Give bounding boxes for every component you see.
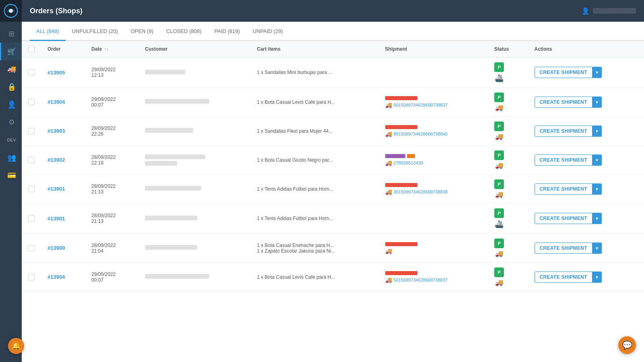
row-checkbox[interactable] [28, 69, 35, 76]
order-link[interactable]: #13904 [47, 99, 65, 105]
sort-icon: ↑↓ [104, 46, 109, 52]
create-shipment-button[interactable]: CREATE SHIPMENT [535, 97, 592, 108]
create-shipment-button[interactable]: CREATE SHIPMENT [535, 154, 592, 166]
sidebar-item-billing[interactable]: 💳 [0, 167, 22, 184]
create-shipment-group: CREATE SHIPMENT ▾ [535, 154, 602, 166]
create-shipment-dropdown[interactable]: ▾ [592, 243, 602, 254]
customer-cell [138, 117, 250, 146]
team-icon: 👥 [7, 153, 16, 162]
order-link[interactable]: #13903 [47, 128, 65, 134]
customer-cell [138, 204, 250, 234]
row-checkbox[interactable] [28, 215, 35, 222]
customer-cell [138, 234, 250, 263]
customer-cell [138, 146, 250, 175]
order-link[interactable]: #13905 [47, 70, 65, 76]
status-badge: P [494, 239, 504, 248]
carrier-bar-orange [407, 154, 415, 158]
shipment-cell: 🚚 501508973462860073883​7 [379, 88, 488, 117]
sidebar-nav: ⊞ 🛒 🚚 🔒 👤 ⚙ DEV 👥 💳 [0, 22, 22, 187]
create-shipment-button[interactable]: CREATE SHIPMENT [535, 67, 592, 78]
main-content: Orders (Shops) 👤 user@example.com ALL (8… [22, 0, 644, 362]
order-id-cell: #13903 [41, 117, 85, 146]
carrier-bar [385, 125, 417, 129]
tab-unpaid[interactable]: UNPAID (29) [246, 22, 289, 41]
create-shipment-button[interactable]: CREATE SHIPMENT [535, 243, 592, 254]
table-row: #13903 28/09/202222:26 1 x Sandalias Fle… [22, 117, 644, 146]
col-order: Order [41, 41, 85, 58]
customer-cell [138, 58, 250, 88]
sidebar-item-dev[interactable]: DEV [0, 131, 22, 149]
user-icon: 👤 [582, 7, 590, 15]
ship-icon: 🚢 [495, 74, 504, 82]
customer-name-blurred2 [145, 161, 177, 166]
customer-name-blurred [145, 128, 193, 133]
app-logo[interactable] [0, 0, 22, 22]
create-shipment-button[interactable]: CREATE SHIPMENT [535, 213, 592, 224]
sidebar-item-shipping[interactable]: 🚚 [0, 60, 22, 78]
create-shipment-button[interactable]: CREATE SHIPMENT [535, 125, 592, 137]
billing-icon: 💳 [7, 171, 16, 180]
order-link[interactable]: #13904 [47, 274, 65, 280]
create-shipment-button[interactable]: CREATE SHIPMENT [535, 272, 592, 283]
tab-closed[interactable]: CLOSED (808) [160, 22, 208, 41]
notification-button[interactable]: 🔔 [8, 338, 24, 354]
orders-icon: 🛒 [7, 47, 16, 56]
create-shipment-dropdown[interactable]: ▾ [592, 272, 602, 283]
customer-cell [138, 175, 250, 204]
dev-icon: DEV [7, 138, 16, 142]
order-link[interactable]: #13901 [47, 216, 65, 222]
create-shipment-button[interactable]: CREATE SHIPMENT [535, 183, 592, 195]
row-checkbox[interactable] [28, 99, 35, 105]
col-actions: Actions [528, 41, 644, 58]
order-link[interactable]: #13902 [47, 157, 65, 163]
sidebar-item-orders[interactable]: 🛒 [0, 43, 22, 60]
create-shipment-dropdown[interactable]: ▾ [592, 67, 602, 78]
table-row: #13901 28/09/202221:13 1 x Tenis Adidas … [22, 204, 644, 234]
orders-table: Order Date ↑↓ Customer Cart items Shipme… [22, 41, 644, 292]
tracking-number: 278558513430 [394, 160, 423, 165]
create-shipment-group: CREATE SHIPMENT ▾ [535, 213, 602, 224]
cart-items-cell: 1 x Sandalias Flexi para Mujer 44... [250, 117, 378, 146]
row-checkbox[interactable] [28, 128, 35, 134]
create-shipment-dropdown[interactable]: ▾ [592, 97, 602, 108]
sidebar-item-settings[interactable]: ⚙ [0, 113, 22, 131]
create-shipment-dropdown[interactable]: ▾ [592, 213, 602, 224]
contacts-icon: 👤 [7, 100, 16, 109]
tab-all[interactable]: ALL (848) [30, 22, 66, 41]
date-cell: 28/09/202222:18 [85, 146, 138, 175]
date-cell: 29/09/202200:07 [85, 263, 138, 292]
status-badge: P [494, 62, 504, 72]
customer-name-blurred [145, 186, 201, 191]
tab-paid[interactable]: PAID (819) [208, 22, 246, 41]
select-all-header[interactable] [22, 41, 41, 58]
order-link[interactable]: #13901 [47, 186, 65, 192]
create-shipment-dropdown[interactable]: ▾ [592, 125, 602, 137]
select-all-checkbox[interactable] [28, 46, 35, 52]
row-checkbox[interactable] [28, 157, 35, 163]
cart-items-cell: 1 x Bota Casual Giusto Negro par... [250, 146, 378, 175]
row-checkbox[interactable] [28, 274, 35, 280]
row-checkbox[interactable] [28, 245, 35, 251]
sidebar-item-contacts[interactable]: 👤 [0, 96, 22, 113]
sidebar-item-dashboard[interactable]: ⊞ [0, 25, 22, 43]
shipment-cell: 🚚 278558513430 [379, 146, 488, 175]
col-customer: Customer [138, 41, 250, 58]
order-link[interactable]: #13900 [47, 245, 65, 251]
chat-bubble-button[interactable]: 💬 [618, 336, 636, 354]
sidebar-item-team[interactable]: 👥 [0, 149, 22, 167]
create-shipment-dropdown[interactable]: ▾ [592, 183, 602, 195]
status-cell: P 🚚 [488, 234, 528, 263]
tab-open[interactable]: OPEN (9) [124, 22, 160, 41]
actions-cell: CREATE SHIPMENT ▾ [528, 146, 644, 175]
tab-unfulfilled[interactable]: UNFULFILLED (20) [66, 22, 124, 41]
create-shipment-dropdown[interactable]: ▾ [592, 154, 602, 166]
carrier-bar [385, 96, 417, 100]
col-date[interactable]: Date ↑↓ [85, 41, 138, 58]
ship-icon: 🚚 [495, 279, 503, 286]
row-checkbox[interactable] [28, 186, 35, 192]
carrier-bar-purple [385, 154, 405, 158]
create-shipment-group: CREATE SHIPMENT ▾ [535, 183, 602, 195]
header-user[interactable]: 👤 user@example.com [582, 7, 636, 15]
cart-items-cell: 1 x Sandalias Mini burbujas para ... [250, 58, 378, 88]
sidebar-item-lock[interactable]: 🔒 [0, 78, 22, 96]
